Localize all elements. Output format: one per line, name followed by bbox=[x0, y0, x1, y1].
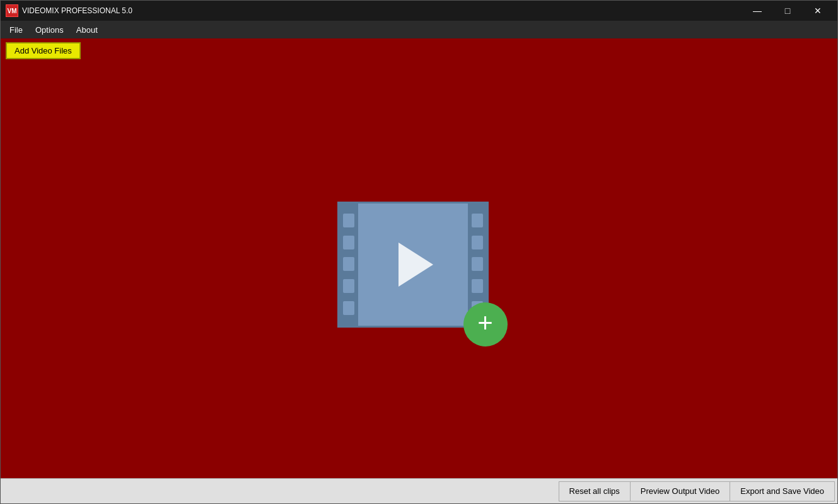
film-hole bbox=[472, 257, 483, 271]
film-hole bbox=[472, 279, 483, 293]
title-bar-left: VM VIDEOMIX PROFESSIONAL 5.0 bbox=[6, 4, 132, 17]
film-hole bbox=[343, 236, 354, 249]
film-hole bbox=[343, 279, 354, 293]
add-video-button[interactable]: Add Video Files bbox=[6, 42, 81, 59]
bottom-bar: Reset all clips Preview Output Video Exp… bbox=[1, 478, 837, 503]
toolbar: Add Video Files bbox=[1, 38, 837, 63]
add-video-circle-button[interactable]: + bbox=[463, 302, 508, 346]
menu-bar: File Options About bbox=[1, 21, 837, 38]
minimize-button[interactable]: — bbox=[743, 2, 772, 20]
film-holes-left bbox=[339, 203, 358, 326]
reset-clips-button[interactable]: Reset all clips bbox=[559, 481, 631, 501]
app-icon: VM bbox=[6, 4, 18, 17]
title-bar: VM VIDEOMIX PROFESSIONAL 5.0 — □ ✕ bbox=[1, 1, 837, 21]
menu-file[interactable]: File bbox=[3, 23, 29, 37]
film-hole bbox=[343, 214, 354, 227]
main-content: + bbox=[1, 63, 837, 478]
title-bar-controls: — □ ✕ bbox=[743, 2, 832, 20]
export-save-button[interactable]: Export and Save Video bbox=[730, 481, 835, 501]
restore-button[interactable]: □ bbox=[773, 2, 802, 20]
film-strip bbox=[337, 202, 489, 328]
plus-icon: + bbox=[477, 310, 493, 336]
menu-about[interactable]: About bbox=[70, 23, 104, 37]
window-title: VIDEOMIX PROFESSIONAL 5.0 bbox=[22, 6, 132, 15]
film-hole bbox=[343, 301, 354, 315]
play-icon bbox=[399, 243, 433, 287]
film-hole bbox=[343, 257, 354, 271]
preview-output-button[interactable]: Preview Output Video bbox=[631, 481, 731, 501]
video-placeholder: + bbox=[337, 202, 501, 340]
menu-options[interactable]: Options bbox=[29, 23, 70, 37]
app-icon-text: VM bbox=[8, 8, 17, 14]
close-button[interactable]: ✕ bbox=[803, 2, 832, 20]
app-window: VM VIDEOMIX PROFESSIONAL 5.0 — □ ✕ File … bbox=[0, 0, 838, 504]
film-hole bbox=[472, 236, 483, 249]
film-hole bbox=[472, 214, 483, 227]
